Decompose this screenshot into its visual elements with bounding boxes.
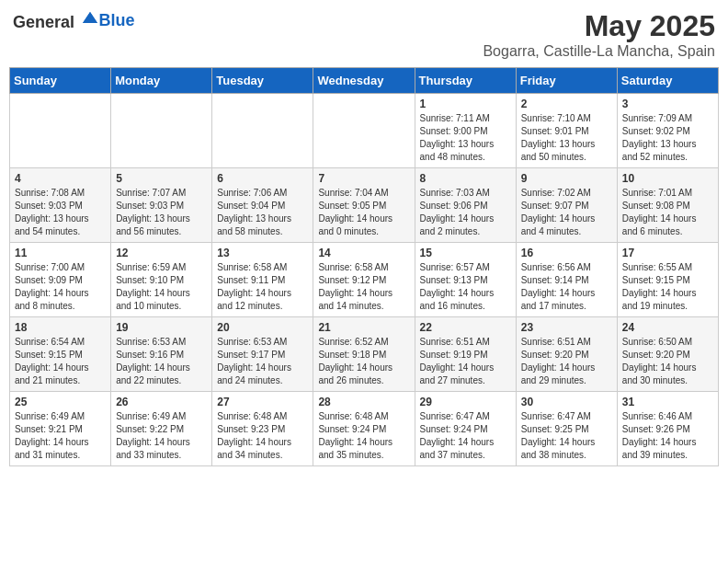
day-number: 8 bbox=[420, 172, 511, 185]
weekday-header-friday: Friday bbox=[516, 68, 617, 94]
day-info: Sunrise: 6:58 AM Sunset: 9:12 PM Dayligh… bbox=[318, 261, 409, 313]
calendar-header: SundayMondayTuesdayWednesdayThursdayFrid… bbox=[10, 68, 719, 94]
calendar-week-1: 1Sunrise: 7:11 AM Sunset: 9:00 PM Daylig… bbox=[10, 94, 719, 168]
day-number: 19 bbox=[116, 321, 207, 334]
calendar-cell: 2Sunrise: 7:10 AM Sunset: 9:01 PM Daylig… bbox=[516, 94, 617, 168]
day-number: 14 bbox=[318, 247, 409, 259]
day-number: 28 bbox=[318, 396, 409, 408]
calendar-cell: 10Sunrise: 7:01 AM Sunset: 9:08 PM Dayli… bbox=[617, 168, 718, 243]
calendar-cell: 13Sunrise: 6:58 AM Sunset: 9:11 PM Dayli… bbox=[212, 243, 313, 317]
day-info: Sunrise: 6:47 AM Sunset: 9:25 PM Dayligh… bbox=[521, 410, 612, 462]
day-info: Sunrise: 6:46 AM Sunset: 9:26 PM Dayligh… bbox=[622, 410, 713, 462]
day-number: 13 bbox=[217, 247, 308, 259]
svg-marker-1 bbox=[83, 12, 97, 23]
calendar-cell: 30Sunrise: 6:47 AM Sunset: 9:25 PM Dayli… bbox=[516, 392, 617, 466]
day-number: 22 bbox=[420, 321, 511, 334]
calendar-cell: 4Sunrise: 7:08 AM Sunset: 9:03 PM Daylig… bbox=[10, 168, 111, 243]
calendar-week-4: 18Sunrise: 6:54 AM Sunset: 9:15 PM Dayli… bbox=[10, 317, 719, 392]
day-number: 18 bbox=[15, 321, 106, 334]
calendar-cell: 16Sunrise: 6:56 AM Sunset: 9:14 PM Dayli… bbox=[516, 243, 617, 317]
calendar-cell: 18Sunrise: 6:54 AM Sunset: 9:15 PM Dayli… bbox=[10, 317, 111, 392]
day-number: 2 bbox=[521, 98, 612, 110]
day-info: Sunrise: 6:58 AM Sunset: 9:11 PM Dayligh… bbox=[217, 261, 308, 313]
day-info: Sunrise: 6:55 AM Sunset: 9:15 PM Dayligh… bbox=[622, 261, 713, 313]
calendar-week-2: 4Sunrise: 7:08 AM Sunset: 9:03 PM Daylig… bbox=[10, 168, 719, 243]
day-number: 24 bbox=[622, 321, 713, 334]
day-number: 7 bbox=[318, 172, 409, 185]
weekday-header-sunday: Sunday bbox=[10, 68, 111, 94]
day-number: 27 bbox=[217, 396, 308, 408]
day-info: Sunrise: 7:11 AM Sunset: 9:00 PM Dayligh… bbox=[420, 112, 511, 164]
day-number: 21 bbox=[318, 321, 409, 334]
day-info: Sunrise: 6:51 AM Sunset: 9:19 PM Dayligh… bbox=[420, 336, 511, 387]
day-info: Sunrise: 7:02 AM Sunset: 9:07 PM Dayligh… bbox=[521, 187, 612, 238]
day-info: Sunrise: 6:51 AM Sunset: 9:20 PM Dayligh… bbox=[521, 336, 612, 387]
calendar-cell: 14Sunrise: 6:58 AM Sunset: 9:12 PM Dayli… bbox=[313, 243, 415, 317]
calendar-cell: 27Sunrise: 6:48 AM Sunset: 9:23 PM Dayli… bbox=[212, 392, 313, 466]
calendar-cell: 6Sunrise: 7:06 AM Sunset: 9:04 PM Daylig… bbox=[212, 168, 313, 243]
day-number: 20 bbox=[217, 321, 308, 334]
calendar-cell: 28Sunrise: 6:48 AM Sunset: 9:24 PM Dayli… bbox=[313, 392, 415, 466]
day-number: 17 bbox=[622, 247, 713, 259]
calendar-cell: 12Sunrise: 6:59 AM Sunset: 9:10 PM Dayli… bbox=[111, 243, 212, 317]
day-number: 23 bbox=[521, 321, 612, 334]
day-info: Sunrise: 6:53 AM Sunset: 9:16 PM Dayligh… bbox=[116, 336, 207, 387]
day-info: Sunrise: 7:03 AM Sunset: 9:06 PM Dayligh… bbox=[420, 187, 511, 238]
day-number: 9 bbox=[521, 172, 612, 185]
day-number: 29 bbox=[420, 396, 511, 408]
day-info: Sunrise: 7:04 AM Sunset: 9:05 PM Dayligh… bbox=[318, 187, 409, 238]
calendar-cell bbox=[10, 94, 111, 168]
calendar-cell: 5Sunrise: 7:07 AM Sunset: 9:03 PM Daylig… bbox=[111, 168, 212, 243]
day-info: Sunrise: 6:54 AM Sunset: 9:15 PM Dayligh… bbox=[15, 336, 106, 387]
day-info: Sunrise: 6:53 AM Sunset: 9:17 PM Dayligh… bbox=[217, 336, 308, 387]
day-number: 4 bbox=[15, 172, 106, 185]
main-title: May 2025 bbox=[483, 9, 715, 43]
day-info: Sunrise: 7:09 AM Sunset: 9:02 PM Dayligh… bbox=[622, 112, 713, 164]
calendar-cell: 31Sunrise: 6:46 AM Sunset: 9:26 PM Dayli… bbox=[617, 392, 718, 466]
calendar-cell bbox=[111, 94, 212, 168]
calendar-cell: 22Sunrise: 6:51 AM Sunset: 9:19 PM Dayli… bbox=[415, 317, 516, 392]
day-number: 25 bbox=[15, 396, 106, 408]
weekday-header-thursday: Thursday bbox=[415, 68, 516, 94]
day-info: Sunrise: 7:08 AM Sunset: 9:03 PM Dayligh… bbox=[15, 187, 106, 238]
calendar-table: SundayMondayTuesdayWednesdayThursdayFrid… bbox=[9, 67, 719, 466]
day-number: 3 bbox=[622, 98, 713, 110]
calendar-cell: 25Sunrise: 6:49 AM Sunset: 9:21 PM Dayli… bbox=[10, 392, 111, 466]
day-info: Sunrise: 7:06 AM Sunset: 9:04 PM Dayligh… bbox=[217, 187, 308, 238]
day-number: 12 bbox=[116, 247, 207, 259]
title-block: May 2025 Bogarra, Castille-La Mancha, Sp… bbox=[483, 9, 715, 60]
day-info: Sunrise: 6:49 AM Sunset: 9:22 PM Dayligh… bbox=[116, 410, 207, 462]
day-info: Sunrise: 6:59 AM Sunset: 9:10 PM Dayligh… bbox=[116, 261, 207, 313]
calendar-cell: 1Sunrise: 7:11 AM Sunset: 9:00 PM Daylig… bbox=[415, 94, 516, 168]
day-number: 5 bbox=[116, 172, 207, 185]
calendar-cell: 19Sunrise: 6:53 AM Sunset: 9:16 PM Dayli… bbox=[111, 317, 212, 392]
day-info: Sunrise: 6:50 AM Sunset: 9:20 PM Dayligh… bbox=[622, 336, 713, 387]
weekday-header-tuesday: Tuesday bbox=[212, 68, 313, 94]
logo: General Blue bbox=[13, 9, 135, 32]
calendar-cell: 11Sunrise: 7:00 AM Sunset: 9:09 PM Dayli… bbox=[10, 243, 111, 317]
day-info: Sunrise: 7:07 AM Sunset: 9:03 PM Dayligh… bbox=[116, 187, 207, 238]
day-number: 16 bbox=[521, 247, 612, 259]
day-info: Sunrise: 6:56 AM Sunset: 9:14 PM Dayligh… bbox=[521, 261, 612, 313]
day-number: 6 bbox=[217, 172, 308, 185]
calendar-cell: 20Sunrise: 6:53 AM Sunset: 9:17 PM Dayli… bbox=[212, 317, 313, 392]
subtitle: Bogarra, Castille-La Mancha, Spain bbox=[483, 43, 715, 60]
day-number: 30 bbox=[521, 396, 612, 408]
day-info: Sunrise: 6:47 AM Sunset: 9:24 PM Dayligh… bbox=[420, 410, 511, 462]
day-info: Sunrise: 7:01 AM Sunset: 9:08 PM Dayligh… bbox=[622, 187, 713, 238]
day-number: 26 bbox=[116, 396, 207, 408]
day-number: 11 bbox=[15, 247, 106, 259]
day-number: 31 bbox=[622, 396, 713, 408]
calendar-cell: 24Sunrise: 6:50 AM Sunset: 9:20 PM Dayli… bbox=[617, 317, 718, 392]
day-info: Sunrise: 6:49 AM Sunset: 9:21 PM Dayligh… bbox=[15, 410, 106, 462]
calendar-cell: 7Sunrise: 7:04 AM Sunset: 9:05 PM Daylig… bbox=[313, 168, 415, 243]
calendar-cell: 23Sunrise: 6:51 AM Sunset: 9:20 PM Dayli… bbox=[516, 317, 617, 392]
calendar-week-5: 25Sunrise: 6:49 AM Sunset: 9:21 PM Dayli… bbox=[10, 392, 719, 466]
calendar-cell: 21Sunrise: 6:52 AM Sunset: 9:18 PM Dayli… bbox=[313, 317, 415, 392]
calendar-cell bbox=[212, 94, 313, 168]
calendar-cell: 3Sunrise: 7:09 AM Sunset: 9:02 PM Daylig… bbox=[617, 94, 718, 168]
logo-icon bbox=[81, 9, 99, 28]
calendar-cell: 9Sunrise: 7:02 AM Sunset: 9:07 PM Daylig… bbox=[516, 168, 617, 243]
page-header: General Blue May 2025 Bogarra, Castille-… bbox=[9, 9, 719, 60]
calendar-cell bbox=[313, 94, 415, 168]
